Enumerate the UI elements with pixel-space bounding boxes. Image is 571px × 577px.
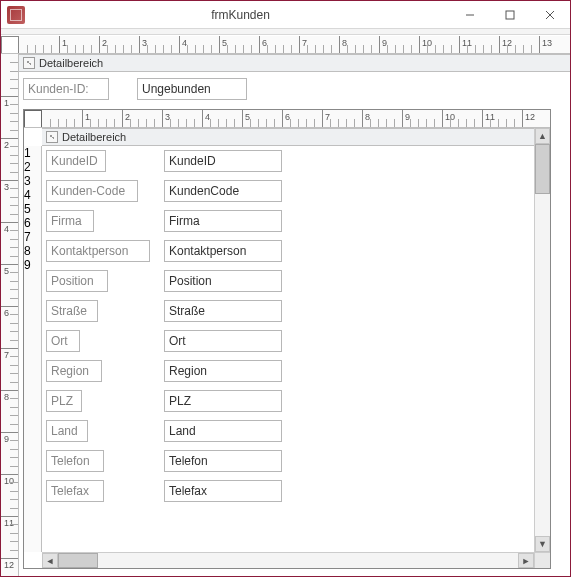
subform-vertical-ruler[interactable]: 123456789 bbox=[24, 146, 42, 552]
subform-horizontal-ruler[interactable]: 123456789101112 bbox=[24, 110, 550, 128]
field-label[interactable]: Position bbox=[46, 270, 108, 292]
field-label[interactable]: KundeID bbox=[46, 150, 106, 172]
scroll-up-arrow-icon[interactable]: ▲ bbox=[535, 128, 550, 144]
subform-section-label: Detailbereich bbox=[62, 131, 126, 143]
field-label[interactable]: Kunden-Code bbox=[46, 180, 138, 202]
kunden-id-textbox[interactable]: Ungebunden bbox=[137, 78, 247, 100]
field-textbox[interactable]: Telefax bbox=[164, 480, 282, 502]
scroll-left-arrow-icon[interactable]: ◄ bbox=[42, 553, 58, 568]
field-textbox[interactable]: Ort bbox=[164, 330, 282, 352]
field-textbox[interactable]: Land bbox=[164, 420, 282, 442]
field-label[interactable]: Kontaktperson bbox=[46, 240, 150, 262]
subform-horizontal-scrollbar[interactable]: ◄ ► bbox=[42, 552, 534, 568]
outer-canvas[interactable]: Detailbereich Kunden-ID: Ungebunden 1234… bbox=[19, 54, 570, 576]
outer-horizontal-ruler[interactable]: 12345678910111213 bbox=[1, 36, 570, 54]
titlebar[interactable]: frmKunden bbox=[1, 1, 570, 29]
field-label[interactable]: Firma bbox=[46, 210, 94, 232]
field-label[interactable]: Ort bbox=[46, 330, 80, 352]
outer-section-label: Detailbereich bbox=[39, 57, 103, 69]
outer-detail-section-bar[interactable]: Detailbereich bbox=[19, 54, 570, 72]
design-surface: 12345678910111213 123456789101112 Detail… bbox=[1, 36, 570, 576]
scroll-corner bbox=[534, 552, 550, 568]
field-label[interactable]: Telefon bbox=[46, 450, 104, 472]
access-app-icon bbox=[7, 6, 25, 24]
subform-selector[interactable] bbox=[24, 110, 42, 128]
field-textbox[interactable]: Firma bbox=[164, 210, 282, 232]
field-label[interactable]: Telefax bbox=[46, 480, 104, 502]
subform-vertical-scrollbar[interactable]: ▲ ▼ bbox=[534, 128, 550, 552]
scroll-thumb[interactable] bbox=[535, 144, 550, 194]
form-designer-window: frmKunden 12345678910111213 123456789101… bbox=[0, 0, 571, 577]
field-textbox[interactable]: Kontaktperson bbox=[164, 240, 282, 262]
field-textbox[interactable]: Region bbox=[164, 360, 282, 382]
subform-body[interactable]: KundeIDKundeIDKunden-CodeKundenCodeFirma… bbox=[42, 146, 534, 552]
subform-container[interactable]: 123456789101112 Detailbereich 123456789 … bbox=[23, 109, 551, 569]
field-textbox[interactable]: PLZ bbox=[164, 390, 282, 412]
field-textbox[interactable]: KundenCode bbox=[164, 180, 282, 202]
scroll-thumb[interactable] bbox=[58, 553, 98, 568]
subform-detail-section-bar[interactable]: Detailbereich bbox=[42, 128, 534, 146]
field-textbox[interactable]: Telefon bbox=[164, 450, 282, 472]
scroll-track[interactable] bbox=[535, 144, 550, 536]
section-grip-icon bbox=[46, 131, 58, 143]
form-selector[interactable] bbox=[1, 36, 19, 54]
outer-vertical-ruler[interactable]: 123456789101112 bbox=[1, 54, 19, 576]
field-label[interactable]: Land bbox=[46, 420, 88, 442]
section-grip-icon bbox=[23, 57, 35, 69]
scroll-down-arrow-icon[interactable]: ▼ bbox=[535, 536, 550, 552]
field-label[interactable]: Straße bbox=[46, 300, 98, 322]
maximize-button[interactable] bbox=[490, 1, 530, 28]
field-label[interactable]: Region bbox=[46, 360, 102, 382]
close-button[interactable] bbox=[530, 1, 570, 28]
field-textbox[interactable]: KundeID bbox=[164, 150, 282, 172]
svg-rect-0 bbox=[506, 11, 514, 19]
scroll-track[interactable] bbox=[58, 553, 518, 568]
window-title: frmKunden bbox=[31, 8, 450, 22]
field-textbox[interactable]: Straße bbox=[164, 300, 282, 322]
field-textbox[interactable]: Position bbox=[164, 270, 282, 292]
minimize-button[interactable] bbox=[450, 1, 490, 28]
scroll-right-arrow-icon[interactable]: ► bbox=[518, 553, 534, 568]
field-label[interactable]: PLZ bbox=[46, 390, 82, 412]
toolstrip bbox=[1, 29, 570, 35]
kunden-id-label[interactable]: Kunden-ID: bbox=[23, 78, 109, 100]
